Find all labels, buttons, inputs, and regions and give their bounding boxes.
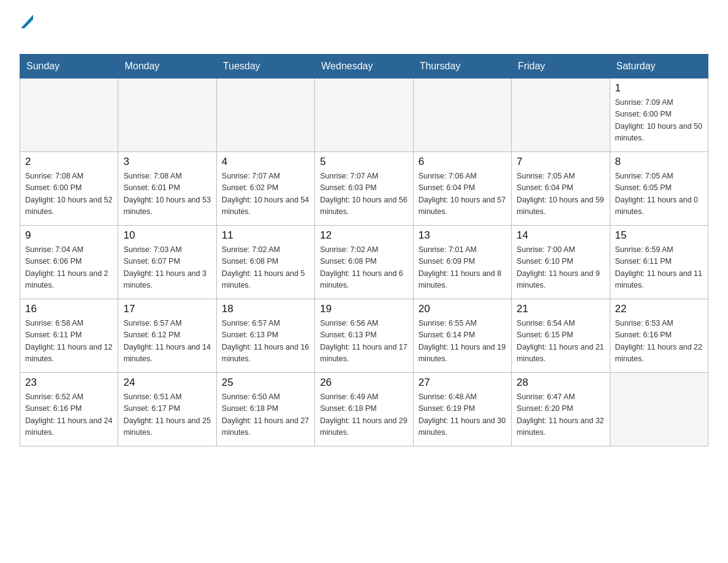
col-header-sunday: Sunday [20,55,118,79]
calendar-cell: 6Sunrise: 7:06 AMSunset: 6:04 PMDaylight… [413,152,511,226]
calendar-cell: 10Sunrise: 7:03 AMSunset: 6:07 PMDayligh… [118,226,216,299]
calendar-cell: 15Sunrise: 6:59 AMSunset: 6:11 PMDayligh… [610,226,708,299]
calendar-cell: 19Sunrise: 6:56 AMSunset: 6:13 PMDayligh… [315,299,413,373]
calendar-cell: 18Sunrise: 6:57 AMSunset: 6:13 PMDayligh… [216,299,314,373]
calendar-cell: 25Sunrise: 6:50 AMSunset: 6:18 PMDayligh… [216,373,314,446]
cell-date-number: 24 [123,377,211,389]
cell-info-text: Sunrise: 6:49 AMSunset: 6:18 PMDaylight:… [320,391,408,439]
cell-date-number: 9 [25,229,113,242]
cell-date-number: 8 [615,156,703,168]
cell-info-text: Sunrise: 7:04 AMSunset: 6:06 PMDaylight:… [25,244,113,292]
col-header-wednesday: Wednesday [315,55,413,79]
cell-info-text: Sunrise: 7:08 AMSunset: 6:01 PMDaylight:… [123,170,211,218]
calendar-cell: 28Sunrise: 6:47 AMSunset: 6:20 PMDayligh… [512,373,610,446]
cell-date-number: 13 [419,229,506,242]
cell-info-text: Sunrise: 6:47 AMSunset: 6:20 PMDaylight:… [517,391,604,439]
cell-info-text: Sunrise: 6:56 AMSunset: 6:13 PMDaylight:… [320,318,408,366]
cell-date-number: 17 [123,303,211,315]
calendar-cell: 13Sunrise: 7:01 AMSunset: 6:09 PMDayligh… [413,226,511,299]
cell-date-number: 28 [517,377,604,389]
cell-date-number: 3 [123,156,211,168]
cell-info-text: Sunrise: 7:08 AMSunset: 6:00 PMDaylight:… [25,170,113,218]
cell-info-text: Sunrise: 7:05 AMSunset: 6:05 PMDaylight:… [615,170,703,218]
cell-date-number: 12 [320,229,408,242]
calendar-cell [216,79,314,152]
calendar-cell: 2Sunrise: 7:08 AMSunset: 6:00 PMDaylight… [20,152,118,226]
calendar-cell: 4Sunrise: 7:07 AMSunset: 6:02 PMDaylight… [216,152,314,226]
cell-date-number: 23 [25,377,113,389]
calendar-cell: 17Sunrise: 6:57 AMSunset: 6:12 PMDayligh… [118,299,216,373]
calendar-cell: 22Sunrise: 6:53 AMSunset: 6:16 PMDayligh… [610,299,708,373]
calendar-cell: 7Sunrise: 7:05 AMSunset: 6:04 PMDaylight… [512,152,610,226]
cell-info-text: Sunrise: 6:50 AMSunset: 6:18 PMDaylight:… [222,391,309,439]
cell-date-number: 1 [615,82,703,94]
cell-date-number: 19 [320,303,408,315]
col-header-saturday: Saturday [610,55,708,79]
cell-info-text: Sunrise: 6:53 AMSunset: 6:16 PMDaylight:… [615,318,703,366]
calendar-cell [512,79,610,152]
col-header-tuesday: Tuesday [216,55,314,79]
calendar-week-row: 1Sunrise: 7:09 AMSunset: 6:00 PMDaylight… [20,79,708,152]
calendar-cell: 9Sunrise: 7:04 AMSunset: 6:06 PMDaylight… [20,226,118,299]
calendar-cell: 12Sunrise: 7:02 AMSunset: 6:08 PMDayligh… [315,226,413,299]
calendar-cell: 21Sunrise: 6:54 AMSunset: 6:15 PMDayligh… [512,299,610,373]
calendar-week-row: 16Sunrise: 6:58 AMSunset: 6:11 PMDayligh… [20,299,708,373]
cell-date-number: 22 [615,303,703,315]
col-header-thursday: Thursday [413,55,511,79]
calendar-week-row: 23Sunrise: 6:52 AMSunset: 6:16 PMDayligh… [20,373,708,446]
cell-date-number: 14 [517,229,604,242]
cell-date-number: 7 [517,156,604,168]
cell-date-number: 10 [123,229,211,242]
cell-info-text: Sunrise: 6:59 AMSunset: 6:11 PMDaylight:… [615,244,703,292]
calendar-cell: 16Sunrise: 6:58 AMSunset: 6:11 PMDayligh… [20,299,118,373]
cell-info-text: Sunrise: 7:02 AMSunset: 6:08 PMDaylight:… [320,244,408,292]
cell-date-number: 6 [419,156,506,168]
cell-date-number: 25 [222,377,309,389]
calendar-cell [315,79,413,152]
calendar-cell: 8Sunrise: 7:05 AMSunset: 6:05 PMDaylight… [610,152,708,226]
cell-info-text: Sunrise: 7:00 AMSunset: 6:10 PMDaylight:… [517,244,604,292]
cell-info-text: Sunrise: 6:54 AMSunset: 6:15 PMDaylight:… [517,318,604,366]
col-header-friday: Friday [512,55,610,79]
calendar-cell: 5Sunrise: 7:07 AMSunset: 6:03 PMDaylight… [315,152,413,226]
cell-info-text: Sunrise: 6:57 AMSunset: 6:12 PMDaylight:… [123,318,211,366]
logo-triangle-icon [21,15,33,28]
calendar-cell: 26Sunrise: 6:49 AMSunset: 6:18 PMDayligh… [315,373,413,446]
cell-info-text: Sunrise: 6:48 AMSunset: 6:19 PMDaylight:… [419,391,506,439]
cell-date-number: 16 [25,303,113,315]
col-header-monday: Monday [118,55,216,79]
calendar-table: Sunday Monday Tuesday Wednesday Thursday… [20,54,708,446]
cell-info-text: Sunrise: 6:57 AMSunset: 6:13 PMDaylight:… [222,318,309,366]
cell-date-number: 15 [615,229,703,242]
calendar-cell [20,79,118,152]
calendar-cell: 23Sunrise: 6:52 AMSunset: 6:16 PMDayligh… [20,373,118,446]
cell-info-text: Sunrise: 6:51 AMSunset: 6:17 PMDaylight:… [123,391,211,439]
cell-info-text: Sunrise: 7:06 AMSunset: 6:04 PMDaylight:… [419,170,506,218]
calendar-week-row: 9Sunrise: 7:04 AMSunset: 6:06 PMDaylight… [20,226,708,299]
cell-info-text: Sunrise: 7:05 AMSunset: 6:04 PMDaylight:… [517,170,604,218]
calendar-cell: 14Sunrise: 7:00 AMSunset: 6:10 PMDayligh… [512,226,610,299]
cell-info-text: Sunrise: 7:07 AMSunset: 6:03 PMDaylight:… [320,170,408,218]
cell-date-number: 27 [419,377,506,389]
cell-info-text: Sunrise: 7:01 AMSunset: 6:09 PMDaylight:… [419,244,506,292]
cell-info-text: Sunrise: 7:03 AMSunset: 6:07 PMDaylight:… [123,244,211,292]
cell-info-text: Sunrise: 6:52 AMSunset: 6:16 PMDaylight:… [25,391,113,439]
page-header [20,15,708,44]
calendar-cell: 1Sunrise: 7:09 AMSunset: 6:00 PMDaylight… [610,79,708,152]
cell-date-number: 18 [222,303,309,315]
calendar-header-row: Sunday Monday Tuesday Wednesday Thursday… [20,55,708,79]
calendar-cell: 3Sunrise: 7:08 AMSunset: 6:01 PMDaylight… [118,152,216,226]
calendar-cell: 27Sunrise: 6:48 AMSunset: 6:19 PMDayligh… [413,373,511,446]
cell-info-text: Sunrise: 7:09 AMSunset: 6:00 PMDaylight:… [615,97,703,145]
cell-date-number: 4 [222,156,309,168]
calendar-cell: 24Sunrise: 6:51 AMSunset: 6:17 PMDayligh… [118,373,216,446]
calendar-cell: 20Sunrise: 6:55 AMSunset: 6:14 PMDayligh… [413,299,511,373]
calendar-week-row: 2Sunrise: 7:08 AMSunset: 6:00 PMDaylight… [20,152,708,226]
cell-date-number: 20 [419,303,506,315]
cell-date-number: 26 [320,377,408,389]
cell-date-number: 21 [517,303,604,315]
cell-info-text: Sunrise: 7:02 AMSunset: 6:08 PMDaylight:… [222,244,309,292]
cell-info-text: Sunrise: 6:58 AMSunset: 6:11 PMDaylight:… [25,318,113,366]
calendar-cell [610,373,708,446]
cell-date-number: 5 [320,156,408,168]
